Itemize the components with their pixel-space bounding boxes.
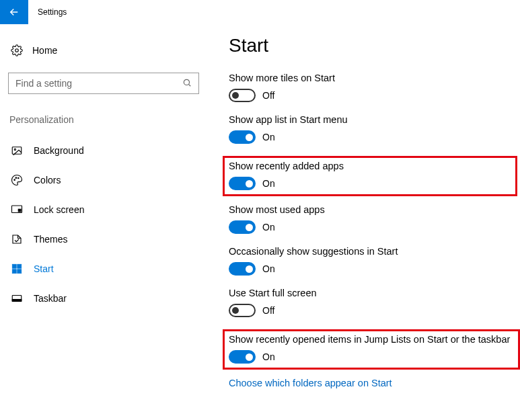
setting-most-used: Show most used apps On [229, 204, 517, 234]
setting-suggestions: Occasionally show suggestions in Start O… [229, 246, 517, 276]
sidebar-item-lock-screen[interactable]: Lock screen [8, 195, 199, 224]
setting-jump-lists: Show recently opened items in Jump Lists… [223, 329, 520, 370]
toggle-state-text: On [262, 178, 275, 189]
search-box[interactable] [8, 73, 199, 94]
sidebar-item-label: Taskbar [34, 293, 67, 304]
choose-folders-link[interactable]: Choose which folders appear on Start [229, 378, 517, 388]
content: Start Show more tiles on Start Off Show … [209, 38, 520, 388]
svg-line-2 [188, 84, 190, 86]
sidebar-item-label: Colors [34, 175, 61, 185]
start-icon [11, 263, 23, 275]
sidebar-item-start[interactable]: Start [8, 254, 199, 284]
sidebar-item-themes[interactable]: Themes [8, 224, 199, 254]
svg-point-6 [15, 177, 17, 179]
toggle-recently-added[interactable] [229, 177, 256, 190]
arrow-left-icon [8, 6, 20, 18]
svg-rect-3 [12, 147, 22, 155]
svg-rect-9 [18, 209, 21, 212]
back-button[interactable] [0, 0, 28, 24]
toggle-suggestions[interactable] [229, 262, 256, 276]
setting-more-tiles: Show more tiles on Start Off [229, 73, 517, 102]
section-label: Personalization [8, 114, 199, 125]
toggle-more-tiles[interactable] [229, 89, 256, 102]
setting-label: Show more tiles on Start [229, 73, 517, 83]
themes-icon [11, 233, 23, 245]
sidebar-item-colors[interactable]: Colors [8, 165, 199, 195]
toggle-jump-lists[interactable] [229, 350, 256, 364]
toggle-app-list[interactable] [229, 130, 256, 144]
home-button[interactable]: Home [8, 38, 199, 63]
setting-recently-added: Show recently added apps On [223, 156, 517, 196]
lock-screen-icon [11, 204, 23, 216]
toggle-state-text: Off [262, 90, 274, 101]
palette-icon [11, 174, 23, 186]
setting-label: Occasionally show suggestions in Start [229, 246, 517, 257]
page-title: Start [229, 35, 517, 56]
toggle-state-text: On [262, 351, 275, 362]
sidebar-item-label: Lock screen [34, 204, 84, 215]
sidebar: Home Personalization Background Colors [0, 38, 209, 388]
svg-point-4 [14, 149, 15, 150]
sidebar-item-background[interactable]: Background [8, 136, 199, 165]
setting-label: Use Start full screen [229, 288, 517, 298]
setting-full-screen: Use Start full screen Off [229, 288, 517, 317]
svg-rect-10 [12, 264, 16, 268]
setting-label: Show recently opened items in Jump Lists… [229, 334, 514, 345]
home-label: Home [32, 45, 57, 56]
svg-point-0 [15, 49, 19, 52]
search-input[interactable] [15, 78, 182, 89]
sidebar-item-label: Themes [34, 234, 68, 245]
svg-rect-11 [17, 264, 22, 268]
setting-label: Show app list in Start menu [229, 114, 517, 125]
svg-rect-15 [12, 300, 22, 302]
taskbar-icon [11, 292, 23, 304]
setting-app-list: Show app list in Start menu On [229, 114, 517, 144]
svg-rect-13 [17, 269, 22, 274]
toggle-state-text: On [262, 263, 275, 274]
toggle-state-text: On [262, 132, 275, 142]
sidebar-item-label: Start [34, 263, 54, 274]
toggle-state-text: On [262, 222, 275, 233]
svg-point-1 [184, 79, 189, 85]
svg-point-5 [14, 179, 15, 181]
toggle-most-used[interactable] [229, 220, 256, 234]
sidebar-item-taskbar[interactable]: Taskbar [8, 284, 199, 313]
search-icon [182, 78, 192, 89]
picture-icon [11, 144, 23, 157]
svg-point-7 [18, 177, 20, 179]
setting-label: Show recently added apps [229, 161, 511, 171]
svg-rect-12 [12, 269, 16, 274]
toggle-full-screen[interactable] [229, 304, 256, 317]
gear-icon [11, 44, 23, 56]
setting-label: Show most used apps [229, 204, 517, 215]
toggle-state-text: Off [262, 305, 274, 316]
sidebar-item-label: Background [34, 145, 84, 156]
app-title: Settings [38, 7, 67, 17]
